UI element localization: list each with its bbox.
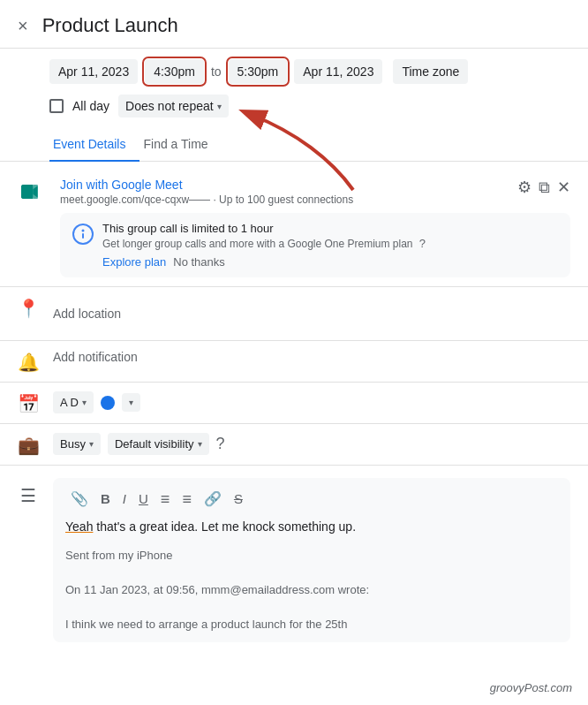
meet-close-icon[interactable]: ✕	[557, 178, 570, 197]
notification-icon: 🔔	[18, 352, 39, 373]
visibility-caret-icon: ▾	[198, 439, 202, 449]
color-dropdown[interactable]: ▾	[122, 393, 140, 412]
link-button[interactable]: 🔗	[199, 487, 227, 511]
notification-section: 🔔 Add notification	[0, 341, 588, 382]
info-circle-icon	[72, 224, 94, 248]
meet-title-group: Join with Google Meet meet.google.com/qc…	[60, 178, 353, 206]
bold-button[interactable]: B	[95, 488, 116, 510]
to-label: to	[211, 64, 222, 79]
modal-header: × Product Launch	[0, 0, 588, 49]
calendar-section: 📅 A D ▾ ▾	[0, 383, 588, 423]
svg-rect-6	[82, 233, 84, 239]
description-box[interactable]: 📎 B I U ≡ ≡ 🔗 S Yeah that's a great idea…	[53, 478, 570, 642]
allday-label: All day	[72, 99, 109, 113]
tab-find-a-time[interactable]: Find a Time	[139, 128, 222, 162]
meet-header: Join with Google Meet meet.google.com/qc…	[60, 178, 570, 206]
italic-button[interactable]: I	[117, 488, 132, 510]
description-body: that's a great idea. Let me knock someth…	[96, 519, 356, 534]
color-dot[interactable]	[101, 396, 115, 410]
attach-button[interactable]: 📎	[65, 487, 94, 511]
meet-link-text: meet.google.com/qce-cqxw——	[60, 193, 210, 206]
repeat-value: Does not repeat	[125, 99, 214, 113]
allday-row: All day Does not repeat ▾	[0, 91, 588, 125]
start-time-chip[interactable]: 4:30pm	[145, 59, 204, 84]
info-box-links: Explore plan No thanks	[102, 255, 426, 269]
close-icon[interactable]: ×	[18, 17, 28, 34]
allday-checkbox[interactable]	[49, 99, 64, 113]
description-toolbar: 📎 B I U ≡ ≡ 🔗 S	[65, 487, 558, 511]
explore-plan-link[interactable]: Explore plan	[102, 255, 166, 269]
strikethrough-button[interactable]: S	[229, 488, 248, 510]
underline-button[interactable]: U	[133, 488, 154, 510]
repeat-dropdown[interactable]: Does not repeat ▾	[118, 95, 229, 118]
no-thanks-link[interactable]: No thanks	[173, 255, 225, 269]
description-text: Yeah that's a great idea. Let me knock s…	[65, 518, 558, 536]
calendar-row: A D ▾ ▾	[53, 391, 140, 413]
meet-content: Join with Google Meet meet.google.com/qc…	[60, 178, 570, 277]
end-time-chip[interactable]: 5:30pm	[229, 59, 288, 84]
info-box-sub: Get longer group calls and more with a G…	[102, 237, 426, 250]
google-meet-icon	[18, 178, 46, 206]
calendar-caret-icon: ▾	[82, 398, 87, 407]
event-modal: × Product Launch Apr 11, 2023 4:30pm to …	[0, 0, 588, 705]
sent-from: Sent from my iPhone	[65, 547, 558, 565]
busy-caret-icon: ▾	[89, 439, 94, 449]
tabs-row: Event Details Find a Time	[0, 128, 588, 162]
meet-copy-icon[interactable]: ⧉	[539, 178, 550, 197]
location-section: 📍 Add location	[0, 287, 588, 340]
visibility-chip[interactable]: Default visibility ▾	[108, 433, 209, 455]
modal-title: Product Launch	[42, 14, 570, 37]
calendar-chip[interactable]: A D ▾	[53, 391, 94, 413]
location-icon: 📍	[18, 298, 39, 319]
meet-info-box: This group call is limited to 1 hour Get…	[60, 213, 570, 277]
unordered-list-button[interactable]: ≡	[177, 488, 197, 511]
content-area: Join with Google Meet meet.google.com/qc…	[0, 162, 588, 658]
add-location-field[interactable]: Add location	[53, 296, 121, 331]
timezone-button[interactable]: Time zone	[393, 59, 468, 84]
svg-rect-2	[21, 185, 33, 199]
start-date-chip[interactable]: Apr 11, 2023	[49, 59, 138, 84]
meet-settings-icon[interactable]: ⚙	[517, 178, 531, 197]
ordered-list-button[interactable]: ≡	[155, 488, 176, 511]
datetime-row: Apr 11, 2023 4:30pm to 5:30pm Apr 11, 20…	[0, 49, 588, 91]
info-box-content: This group call is limited to 1 hour Get…	[102, 222, 426, 269]
end-date-chip[interactable]: Apr 11, 2023	[294, 59, 382, 84]
quoted-text: Sent from my iPhone On 11 Jan 2023, at 0…	[65, 547, 558, 633]
meet-section: Join with Google Meet meet.google.com/qc…	[0, 169, 588, 286]
meet-subtitle: meet.google.com/qce-cqxw—— · Up to 100 g…	[60, 193, 353, 206]
highlight-word: Yeah	[65, 519, 93, 534]
busy-label: Busy	[60, 437, 86, 451]
tab-event-details[interactable]: Event Details	[49, 128, 139, 162]
visibility-label: Default visibility	[115, 437, 194, 451]
watermark: groovyPost.com	[490, 681, 572, 694]
calendar-icon: 📅	[18, 393, 39, 414]
status-row: Busy ▾ Default visibility ▾ ?	[53, 433, 225, 455]
info-box-title: This group call is limited to 1 hour	[102, 222, 426, 235]
color-caret-icon: ▾	[129, 398, 133, 407]
busy-chip[interactable]: Busy ▾	[53, 433, 101, 455]
meet-capacity: · Up to 100 guest connections	[213, 193, 353, 206]
meet-actions: ⚙ ⧉ ✕	[517, 178, 570, 197]
quoted-header: On 11 Jan 2023, at 09:56, mmm@emailaddre…	[65, 581, 558, 599]
briefcase-icon: 💼	[18, 435, 39, 456]
description-icon: ☰	[18, 485, 39, 506]
svg-rect-3	[33, 185, 37, 199]
quoted-body: I think we need to arrange a product lau…	[65, 616, 558, 633]
add-notification-field[interactable]: Add notification	[53, 350, 138, 364]
help-circle-icon: ?	[419, 237, 426, 250]
meet-join-link[interactable]: Join with Google Meet	[60, 178, 353, 192]
status-help-icon[interactable]: ?	[216, 435, 225, 453]
svg-point-5	[82, 230, 85, 232]
repeat-caret-icon: ▾	[217, 102, 222, 111]
calendar-name: A D	[60, 396, 79, 409]
description-section: ☰ 📎 B I U ≡ ≡ 🔗 S Yeah that's a great id…	[0, 466, 588, 651]
status-section: 💼 Busy ▾ Default visibility ▾ ?	[0, 424, 588, 465]
